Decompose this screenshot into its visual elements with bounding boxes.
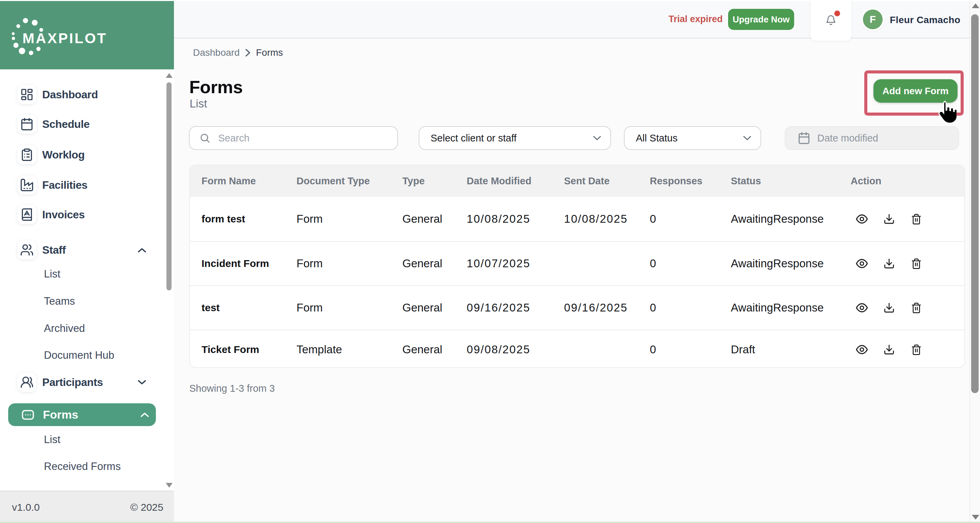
svg-text:MAXPILOT: MAXPILOT xyxy=(22,30,107,46)
